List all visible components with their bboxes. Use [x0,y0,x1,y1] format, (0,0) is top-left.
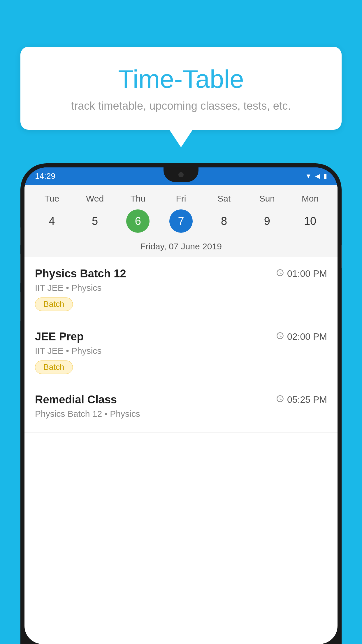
day-header-tue: Tue [33,194,71,204]
schedule-item-time-1: 01:00 PM [276,268,327,279]
signal-icon [315,172,320,180]
power-button[interactable] [341,245,342,268]
phone-frame: 14:29 Learning Light [20,163,342,644]
schedule-item-subtitle-2: IIT JEE • Physics [35,346,327,356]
volume-down-button[interactable] [20,254,21,283]
schedule-item-subtitle-1: IIT JEE • Physics [35,283,327,293]
speech-bubble-arrow [169,130,193,147]
status-icons [305,172,327,180]
schedule-item-header-3: Remedial Class 05:25 PM [35,393,327,406]
day-headers: Tue Wed Thu Fri Sat Sun Mon [24,191,338,206]
schedule-item-remedial-class[interactable]: Remedial Class 05:25 PM Physics Batch 12… [24,383,338,433]
day-header-fri: Fri [162,194,200,204]
status-bar: 14:29 [24,167,338,185]
schedule-item-header-1: Physics Batch 12 01:00 PM [35,267,327,280]
schedule-item-subtitle-3: Physics Batch 12 • Physics [35,409,327,419]
screen-content: Tue Wed Thu Fri Sat Sun Mon 4 5 6 7 8 9 … [24,185,338,644]
volume-up-button[interactable] [20,228,21,245]
day-7-selected[interactable]: 7 [169,209,193,233]
schedule-item-jee-prep[interactable]: JEE Prep 02:00 PM IIT JEE • Physics Batc… [24,320,338,383]
day-6-today[interactable]: 6 [126,209,150,233]
camera-dot [178,172,184,177]
day-numbers: 4 5 6 7 8 9 10 [24,206,338,239]
schedule-item-time-2: 02:00 PM [276,331,327,342]
wifi-icon [305,172,312,180]
schedule-item-physics-batch-12[interactable]: Physics Batch 12 01:00 PM IIT JEE • Phys… [24,257,338,320]
day-9[interactable]: 9 [255,209,279,233]
speech-bubble-title: Time-Table [44,64,318,94]
speech-bubble-container: Time-Table track timetable, upcoming cla… [20,47,342,147]
schedule-item-time-3: 05:25 PM [276,394,327,405]
speech-bubble-subtitle: track timetable, upcoming classes, tests… [44,100,318,112]
day-header-wed: Wed [76,194,114,204]
time-text-2: 02:00 PM [287,331,327,342]
day-4[interactable]: 4 [40,209,64,233]
calendar-strip: Tue Wed Thu Fri Sat Sun Mon 4 5 6 7 8 9 … [24,185,338,257]
schedule-item-title-2: JEE Prep [35,330,84,343]
schedule-item-header-2: JEE Prep 02:00 PM [35,330,327,343]
clock-icon-1 [276,269,284,279]
schedule-item-title-3: Remedial Class [35,393,117,406]
speech-bubble: Time-Table track timetable, upcoming cla… [20,47,342,130]
notch [164,167,198,182]
batch-badge-2: Batch [35,360,73,374]
selected-date-label: Friday, 07 June 2019 [24,239,338,257]
clock-icon-2 [276,332,284,342]
day-5[interactable]: 5 [83,209,107,233]
phone-inner: 14:29 Learning Light [24,167,338,644]
clock-icon-3 [276,395,284,405]
status-time: 14:29 [35,172,55,181]
time-text-3: 05:25 PM [287,394,327,405]
day-8[interactable]: 8 [212,209,236,233]
assistant-button[interactable] [20,292,21,321]
battery-icon [324,172,327,180]
day-header-sun: Sun [248,194,286,204]
day-10[interactable]: 10 [298,209,322,233]
day-header-mon: Mon [291,194,329,204]
schedule-list: Physics Batch 12 01:00 PM IIT JEE • Phys… [24,257,338,433]
batch-badge-1: Batch [35,298,73,311]
day-header-thu: Thu [119,194,157,204]
time-text-1: 01:00 PM [287,268,327,279]
day-header-sat: Sat [205,194,243,204]
schedule-item-title-1: Physics Batch 12 [35,267,126,280]
